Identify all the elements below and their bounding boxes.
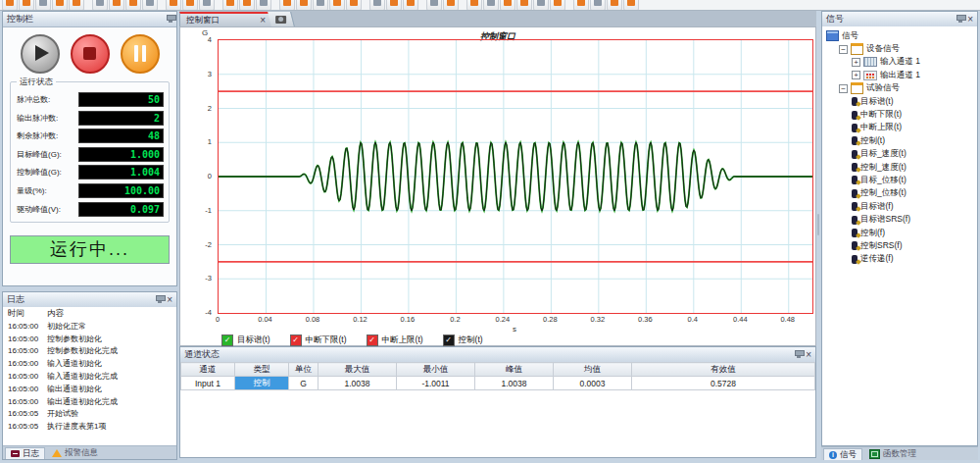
tree-item[interactable]: 控制(f) (822, 227, 977, 239)
tree-item[interactable]: 目标谱SRS(f) (822, 213, 977, 226)
toolbar-button[interactable] (607, 0, 622, 11)
signal-icon (852, 202, 858, 211)
toolbar-button[interactable] (483, 0, 499, 11)
toolbar-button[interactable] (92, 0, 108, 11)
toolbar-button[interactable] (142, 0, 158, 11)
legend-label: 中断上限(t) (382, 334, 423, 346)
tree-item[interactable]: 控制_速度(t) (822, 161, 977, 174)
play-button[interactable] (21, 34, 60, 74)
pin-icon[interactable] (797, 351, 801, 358)
toolbar-button[interactable] (466, 0, 482, 11)
toolbar-button[interactable] (182, 0, 198, 11)
toolbar-button[interactable] (52, 0, 68, 11)
toolbar-icon (96, 0, 104, 6)
collapse-icon[interactable]: − (839, 45, 848, 54)
log-list[interactable]: 时间内容16:05:00初始化正常16:05:00控制参数初始化16:05:00… (3, 307, 176, 445)
legend-checkbox[interactable]: ✓ (221, 334, 233, 346)
toolbar-button[interactable] (166, 0, 181, 11)
toolbar-icon (407, 0, 415, 6)
toolbar-button[interactable] (346, 0, 362, 11)
toolbar-button[interactable] (2, 0, 18, 11)
log-row[interactable]: 16:05:00控制参数初始化 (3, 333, 176, 345)
toolbar-button[interactable] (125, 0, 141, 11)
tree-item[interactable]: 控制SRS(f) (822, 239, 977, 252)
x-tick-label: 0.04 (258, 315, 272, 324)
close-icon[interactable]: × (967, 15, 973, 24)
toolbar-button[interactable] (256, 0, 271, 11)
toolbar-button[interactable] (19, 0, 34, 11)
toolbar-button[interactable] (222, 0, 238, 11)
tree-item[interactable]: 信号 (822, 29, 977, 42)
legend-checkbox[interactable]: ✓ (290, 334, 302, 346)
dock-tab-报警信息[interactable]: 报警信息 (47, 447, 103, 459)
tab-control-window[interactable]: 控制窗口 × (179, 12, 272, 26)
tree-item[interactable]: 控制_位移(t) (822, 187, 977, 200)
toolbar-button[interactable] (369, 0, 385, 11)
close-icon[interactable]: × (806, 350, 811, 359)
log-row[interactable]: 16:05:00输出通道初始化完成 (3, 395, 176, 408)
tree-item-label: 输入通道 1 (880, 56, 920, 68)
dock-tab-信号[interactable]: i信号 (823, 448, 862, 460)
toolbar-button[interactable] (500, 0, 515, 11)
toolbar-button[interactable] (550, 0, 565, 11)
log-row[interactable]: 16:05:05开始试验 (3, 408, 176, 421)
tree-item[interactable]: 控制(t) (822, 134, 977, 147)
dock-tab-日志[interactable]: 日志 (5, 447, 45, 459)
toolbar-button[interactable] (426, 0, 442, 11)
toolbar-button[interactable] (279, 0, 295, 11)
legend-checkbox[interactable]: ✓ (443, 334, 455, 346)
log-row[interactable]: 16:05:00输出通道初始化 (3, 383, 176, 395)
channel-row[interactable]: Input 1控制G1.0038-1.00111.00380.00030.572… (181, 377, 815, 390)
tree-item[interactable]: +输入通道 1 (822, 56, 977, 69)
tree-item[interactable]: −设备信号 (822, 42, 977, 55)
tree-item[interactable]: +输出通道 1 (822, 69, 977, 81)
toolbar-button[interactable] (329, 0, 345, 11)
pin-icon[interactable] (158, 296, 162, 303)
toolbar-button[interactable] (623, 0, 639, 11)
collapse-icon[interactable]: − (839, 84, 848, 93)
log-row[interactable]: 16:05:00初始化正常 (3, 320, 176, 333)
toolbar-button[interactable] (199, 0, 215, 11)
toolbar-button[interactable] (403, 0, 418, 11)
log-row[interactable]: 16:05:00输入通道初始化 (3, 357, 176, 370)
tree-item[interactable]: 目标谱(f) (822, 200, 977, 213)
toolbar-button[interactable] (313, 0, 328, 11)
channel-type-cell: 控制 (235, 377, 289, 390)
toolbar-button[interactable] (533, 0, 549, 11)
pause-button[interactable] (121, 34, 160, 74)
log-row[interactable]: 16:05:00控制参数初始化完成 (3, 345, 176, 358)
log-row[interactable]: 16:05:05执行进度表第1项 (3, 420, 176, 433)
log-row[interactable]: 16:05:00输入通道初始化完成 (3, 370, 176, 383)
tree-item[interactable]: 中断上限(t) (822, 122, 977, 134)
tree-item[interactable]: 逆传递(f) (822, 253, 977, 266)
tree-item[interactable]: −试验信号 (822, 82, 977, 95)
tree-item[interactable]: 目标谱(t) (822, 95, 977, 108)
dock-tab-函数管理[interactable]: 函数管理 (864, 448, 921, 460)
tree-item[interactable]: 目标_速度(t) (822, 148, 977, 161)
pin-icon[interactable] (958, 16, 962, 23)
tree-item[interactable]: 中断下限(t) (822, 108, 977, 121)
tab-snapshot[interactable] (268, 12, 295, 26)
toolbar-button[interactable] (386, 0, 402, 11)
toolbar-button[interactable] (516, 0, 532, 11)
toolbar-button[interactable] (109, 0, 124, 11)
close-icon[interactable]: × (167, 295, 172, 304)
expand-icon[interactable]: + (852, 58, 860, 67)
stop-button[interactable] (71, 34, 110, 74)
toolbar-button[interactable] (69, 0, 84, 11)
toolbar-button[interactable] (239, 0, 255, 11)
pin-icon[interactable] (169, 16, 172, 23)
toolbar-button[interactable] (590, 0, 606, 11)
tab-close-icon[interactable]: × (260, 16, 266, 25)
plot-area[interactable] (218, 39, 813, 314)
tree-item[interactable]: 目标_位移(t) (822, 174, 977, 186)
toolbar-button[interactable] (296, 0, 312, 11)
x-tick-label: 0.4 (688, 315, 698, 324)
expand-icon[interactable]: + (852, 71, 860, 79)
toolbar-button[interactable] (443, 0, 459, 11)
status-field-label: 控制峰值(G): (17, 167, 62, 178)
toolbar-button[interactable] (35, 0, 51, 11)
toolbar-button[interactable] (573, 0, 589, 11)
application-window: 控制栏 运行状态 脉冲总数:50输出脉冲数:2剩余脉冲数:48目标峰值(G):1… (0, 0, 980, 463)
legend-checkbox[interactable]: ✓ (367, 334, 378, 346)
